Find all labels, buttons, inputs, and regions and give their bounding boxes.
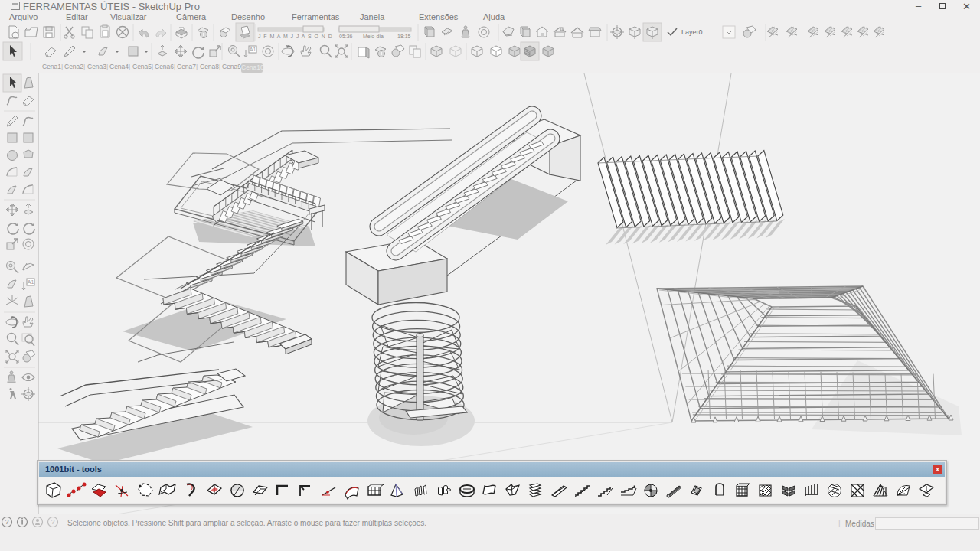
svg-text:?: ? [51,518,54,526]
svg-text:J F M A M J J A S O N D: J F M A M J J A S O N D [258,34,333,39]
svg-text:A1: A1 [28,279,34,285]
svg-text:Meio-dia: Meio-dia [363,34,384,39]
svg-text:Layer0: Layer0 [681,28,703,36]
svg-text:05:36: 05:36 [339,34,353,39]
svg-text:?: ? [5,518,8,526]
svg-text:18:15: 18:15 [397,34,411,39]
svg-text:A1: A1 [250,47,256,52]
